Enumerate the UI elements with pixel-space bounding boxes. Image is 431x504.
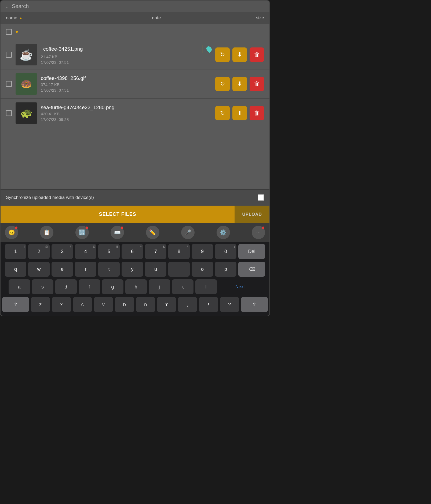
key-next[interactable]: Next bbox=[219, 279, 262, 294]
key-i[interactable]: i bbox=[168, 262, 190, 277]
key-s[interactable]: s bbox=[32, 279, 53, 294]
file-checkbox-1[interactable] bbox=[6, 52, 12, 58]
key-n[interactable]: n bbox=[136, 297, 155, 312]
download-button-3[interactable]: ⬇ bbox=[232, 106, 247, 120]
key-9[interactable]: 9( bbox=[192, 244, 213, 259]
key-l[interactable]: l bbox=[195, 279, 217, 294]
key-exclaim[interactable]: ! bbox=[199, 297, 218, 312]
emoji-tool-button[interactable]: 😠 bbox=[5, 226, 18, 239]
key-a[interactable]: a bbox=[9, 279, 30, 294]
action-buttons: SELECT FILES UPLOAD bbox=[1, 206, 269, 223]
refresh-button-3[interactable]: ↻ bbox=[215, 106, 230, 120]
key-m[interactable]: m bbox=[157, 297, 176, 312]
key-y[interactable]: y bbox=[122, 262, 143, 277]
file-checkbox-3[interactable] bbox=[6, 110, 12, 116]
file-size-2: 374.17 KB bbox=[41, 82, 211, 87]
key-x[interactable]: x bbox=[52, 297, 71, 312]
table-row: 🍩 coffee-4398_256.gif 374.17 KB 17/07/23… bbox=[1, 69, 269, 98]
notif-dot-numpad bbox=[86, 227, 88, 229]
file-actions-3: ↻ ⬇ 🗑 bbox=[215, 106, 264, 120]
col-name-header[interactable]: name ▲ bbox=[6, 15, 97, 21]
file-info-1: 21.47 KB 17/07/23, 07:51 bbox=[41, 45, 211, 65]
file-list: ☕ 21.47 KB 17/07/23, 07:51 ↻ ⬇ 🗑 🍩 coffe… bbox=[1, 40, 269, 189]
download-button-1[interactable]: ⬇ bbox=[232, 47, 247, 62]
key-shift-right[interactable]: ⇧ bbox=[241, 297, 268, 312]
file-info-2: coffee-4398_256.gif 374.17 KB 17/07/23, … bbox=[41, 75, 211, 92]
search-icon: ⌕ bbox=[5, 3, 9, 9]
col-size-header[interactable]: size bbox=[216, 15, 264, 21]
key-r[interactable]: r bbox=[75, 262, 96, 277]
keyboard-tool-button[interactable]: ⌨️ bbox=[111, 226, 124, 239]
key-z[interactable]: z bbox=[31, 297, 50, 312]
select-all-checkbox[interactable] bbox=[6, 29, 12, 35]
file-thumbnail-1: ☕ bbox=[16, 44, 37, 65]
numpad-tool-button[interactable]: 🔢 bbox=[75, 226, 89, 239]
key-question[interactable]: ? bbox=[220, 297, 239, 312]
key-5[interactable]: 5% bbox=[98, 244, 120, 259]
file-actions-2: ↻ ⬇ 🗑 bbox=[215, 77, 264, 91]
key-8[interactable]: 8* bbox=[168, 244, 190, 259]
key-3[interactable]: 3# bbox=[52, 244, 73, 259]
file-info-3: sea-turtle-g47c0f4e22_1280.png 420.41 KB… bbox=[41, 105, 211, 122]
key-comma[interactable]: , bbox=[178, 297, 197, 312]
key-0[interactable]: 0) bbox=[215, 244, 236, 259]
key-7[interactable]: 7& bbox=[145, 244, 166, 259]
sync-bar: Synchronize uploaded media with device(s… bbox=[1, 189, 269, 206]
search-input[interactable] bbox=[12, 3, 265, 9]
notif-dot-more bbox=[262, 227, 264, 229]
download-button-2[interactable]: ⬇ bbox=[232, 77, 247, 91]
key-shift-left[interactable]: ⇧ bbox=[2, 297, 29, 312]
file-thumbnail-2: 🍩 bbox=[16, 73, 37, 95]
key-j[interactable]: j bbox=[149, 279, 170, 294]
key-o[interactable]: o bbox=[192, 262, 213, 277]
key-v[interactable]: v bbox=[94, 297, 113, 312]
key-t[interactable]: t bbox=[98, 262, 120, 277]
file-name-3: sea-turtle-g47c0f4e22_1280.png bbox=[41, 105, 211, 110]
key-f[interactable]: f bbox=[79, 279, 100, 294]
file-checkbox-2[interactable] bbox=[6, 81, 12, 87]
key-4[interactable]: 4$ bbox=[75, 244, 96, 259]
upload-button[interactable]: UPLOAD bbox=[235, 206, 269, 223]
column-headers: name ▲ date size bbox=[1, 12, 269, 24]
key-q[interactable]: q bbox=[5, 262, 26, 277]
more-tool-button[interactable]: ··· bbox=[252, 226, 265, 239]
sync-checkbox[interactable] bbox=[258, 194, 264, 201]
keyboard: 1! 2@ 3# 4$ 5% 6^ 7& 8* 9( 0) Del q w e … bbox=[1, 242, 269, 316]
mic-tool-button[interactable]: 🎤 bbox=[181, 226, 195, 239]
key-g[interactable]: g bbox=[102, 279, 123, 294]
key-backspace[interactable]: ⌫ bbox=[238, 262, 265, 277]
notif-dot-emoji bbox=[15, 227, 17, 229]
select-files-button[interactable]: SELECT FILES bbox=[1, 206, 235, 223]
keyboard-row-asdf: a s d f g h j k l Next bbox=[2, 279, 268, 294]
settings-tool-button[interactable]: ⚙️ bbox=[217, 226, 230, 239]
key-w[interactable]: w bbox=[28, 262, 50, 277]
key-h[interactable]: h bbox=[125, 279, 147, 294]
refresh-button-2[interactable]: ↻ bbox=[215, 77, 230, 91]
key-del[interactable]: Del bbox=[238, 244, 265, 259]
file-name-2: coffee-4398_256.gif bbox=[41, 75, 211, 81]
refresh-button-1[interactable]: ↻ bbox=[215, 47, 230, 62]
clipboard-tool-button[interactable]: 📋 bbox=[40, 226, 53, 239]
text-edit-tool-button[interactable]: ✏️ bbox=[146, 226, 159, 239]
key-b[interactable]: b bbox=[115, 297, 134, 312]
delete-button-1[interactable]: 🗑 bbox=[250, 47, 264, 62]
file-size-1: 21.47 KB bbox=[41, 54, 211, 59]
key-1[interactable]: 1! bbox=[5, 244, 26, 259]
col-date-header[interactable]: date bbox=[97, 15, 216, 21]
chevron-down-icon[interactable]: ▾ bbox=[16, 29, 18, 35]
key-u[interactable]: u bbox=[145, 262, 166, 277]
key-e[interactable]: e bbox=[52, 262, 73, 277]
key-d[interactable]: d bbox=[55, 279, 77, 294]
key-c[interactable]: c bbox=[73, 297, 92, 312]
file-name-input-1[interactable] bbox=[41, 45, 203, 53]
key-p[interactable]: p bbox=[215, 262, 236, 277]
key-6[interactable]: 6^ bbox=[122, 244, 143, 259]
key-2[interactable]: 2@ bbox=[28, 244, 50, 259]
file-date-3: 17/07/23, 09:28 bbox=[41, 117, 211, 122]
sort-asc-icon: ▲ bbox=[19, 16, 23, 20]
select-all-row[interactable]: ▾ bbox=[1, 24, 269, 40]
key-k[interactable]: k bbox=[172, 279, 193, 294]
delete-button-2[interactable]: 🗑 bbox=[250, 77, 264, 91]
file-thumbnail-3: 🐢 bbox=[16, 102, 37, 124]
delete-button-3[interactable]: 🗑 bbox=[250, 106, 264, 120]
